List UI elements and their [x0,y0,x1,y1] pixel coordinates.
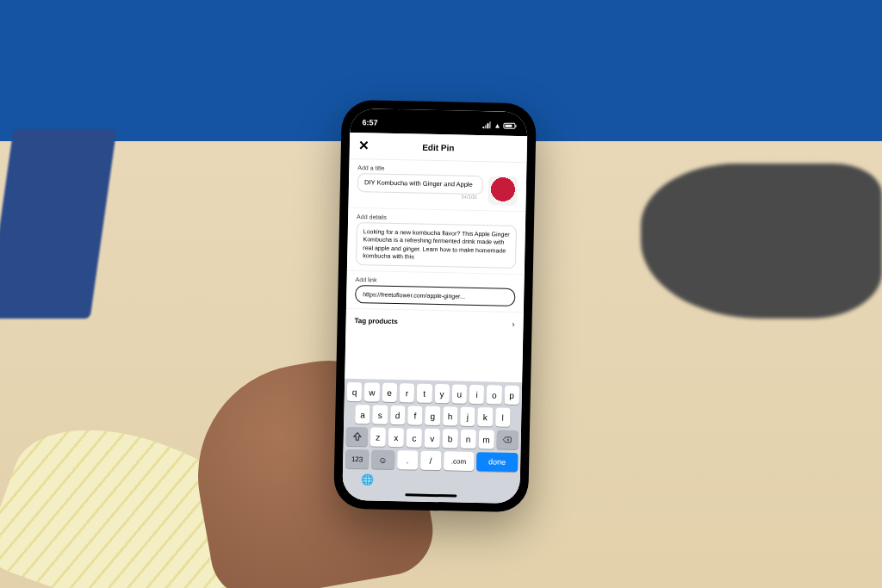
home-indicator[interactable] [405,493,457,497]
key-b[interactable]: b [443,429,458,448]
headphones-prop [641,164,882,319]
tag-products-label: Tag products [355,317,398,325]
title-char-count: 34/100 [461,195,477,201]
emoji-key[interactable]: ☺ [371,449,394,469]
numbers-key[interactable]: 123 [345,449,369,469]
slash-key[interactable]: / [420,451,442,471]
chevron-right-icon: › [512,319,515,329]
key-x[interactable]: x [388,428,404,447]
link-input-text: https://freetoflower.com/apple-ginger... [363,291,465,299]
phone-screen: 6:57 ▲ ✕ Edit Pin Add a title DIY Kombu [342,108,527,504]
key-s[interactable]: s [372,405,388,424]
iphone-notch [400,109,477,127]
ios-keyboard: q w e r t y u i o p a s d f g h [342,379,522,504]
link-section: Add link https://freetoflower.com/apple-… [346,271,525,313]
iphone-frame: 6:57 ▲ ✕ Edit Pin Add a title DIY Kombu [333,100,537,513]
backspace-key[interactable] [496,430,519,450]
status-icons: ▲ [482,121,515,130]
edit-pin-modal: ✕ Edit Pin Add a title DIY Kombucha with… [345,133,527,382]
key-k[interactable]: k [477,407,493,426]
backspace-icon [502,435,512,445]
keyboard-row-1: q w e r t y u i o p [347,382,519,405]
keyboard-row-2: a s d f g h j k l [346,405,519,427]
key-m[interactable]: m [478,430,494,449]
key-i[interactable]: i [469,385,485,404]
tag-products-row[interactable]: Tag products › [345,309,524,336]
key-z[interactable]: z [370,427,386,446]
key-d[interactable]: d [390,405,406,424]
globe-icon[interactable]: 🌐 [361,473,374,486]
title-section: Add a title DIY Kombucha with Ginger and… [348,159,526,212]
keyboard-toolbar: 🌐 [345,472,518,489]
key-h[interactable]: h [443,406,458,425]
battery-icon [503,122,515,128]
keyboard-row-4: 123 ☺ . / .com done [345,449,518,472]
details-section: Add details Looking for a new kombucha f… [347,208,525,275]
link-input[interactable]: https://freetoflower.com/apple-ginger... [355,285,515,306]
key-g[interactable]: g [425,406,440,425]
modal-header: ✕ Edit Pin [350,133,528,163]
key-t[interactable]: t [417,384,432,403]
details-label: Add details [357,214,517,223]
key-l[interactable]: l [495,407,511,426]
key-y[interactable]: y [434,384,450,403]
shift-key[interactable] [346,427,369,447]
details-input-text: Looking for a new kombucha flavor? This … [363,228,510,260]
dotcom-key[interactable]: .com [444,451,474,471]
shift-icon [351,431,362,442]
key-w[interactable]: w [364,382,380,401]
link-label: Add link [356,276,516,286]
key-f[interactable]: f [407,405,423,424]
key-a[interactable]: a [355,405,370,424]
key-o[interactable]: o [487,385,502,404]
title-label: Add a title [357,164,518,174]
key-p[interactable]: p [504,386,519,405]
keyboard-row-3: z x c v b n m [346,427,519,449]
key-v[interactable]: v [425,429,440,448]
emoji-icon: ☺ [378,455,387,464]
key-n[interactable]: n [460,430,475,449]
key-c[interactable]: c [407,428,422,447]
status-time: 6:57 [362,118,377,127]
key-q[interactable]: q [347,382,363,401]
modal-title: Edit Pin [358,141,519,154]
key-u[interactable]: u [451,384,467,403]
blue-stand-prop [0,129,116,319]
key-j[interactable]: j [460,407,475,426]
title-input[interactable]: DIY Kombucha with Ginger and Apple 34/10… [357,173,483,195]
title-input-text: DIY Kombucha with Ginger and Apple [364,178,473,189]
period-key[interactable]: . [397,450,419,470]
done-key[interactable]: done [476,452,519,472]
pin-thumbnail[interactable] [488,176,518,206]
key-e[interactable]: e [382,383,397,402]
photo-background: 6:57 ▲ ✕ Edit Pin Add a title DIY Kombu [0,0,882,588]
wifi-icon: ▲ [494,121,500,129]
key-r[interactable]: r [400,383,415,402]
cellular-signal-icon [482,121,491,128]
details-input[interactable]: Looking for a new kombucha flavor? This … [356,222,517,269]
